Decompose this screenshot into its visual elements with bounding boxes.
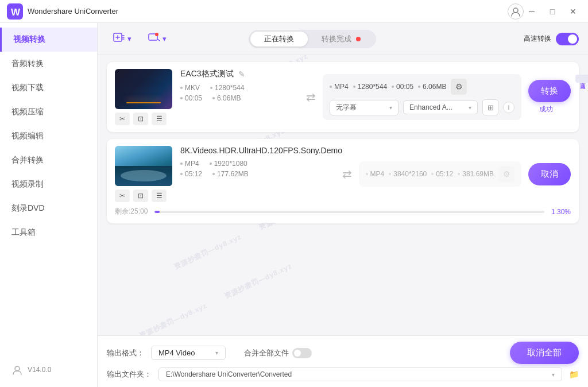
screen-record-chevron: ▾: [163, 34, 167, 43]
file-thumb-tools-1: ✂ ⊡ ☰: [115, 113, 180, 125]
sidebar-item-video-record[interactable]: 视频录制: [0, 172, 97, 196]
file-thumb-area-2: ✂ ⊡ ☰: [115, 146, 180, 202]
app-title: Wondershare UniConverter: [28, 7, 508, 16]
tab-done[interactable]: 转换完成: [308, 32, 374, 47]
output-settings-btn-2[interactable]: ⚙: [498, 166, 514, 182]
file-thumb-tools-2: ✂ ⊡ ☰: [115, 189, 180, 202]
format-select[interactable]: MP4 Video ▾: [151, 346, 226, 360]
app-body: 视频转换 音频转换 视频下载 视频压缩 视频编辑 合并转换 视频录制 刻录DVD…: [0, 23, 588, 387]
source-size-2: 177.62MB: [212, 170, 249, 178]
folder-icon[interactable]: 📁: [569, 370, 579, 379]
output-duration-2: 05:12: [431, 170, 453, 178]
speed-badge: 高速: [575, 75, 588, 83]
sidebar-bottom[interactable]: V14.0.0: [0, 357, 97, 382]
file-meta-duration-2: 05:12 177.62MB: [180, 170, 335, 178]
tab-converting[interactable]: 正在转换: [250, 32, 308, 47]
file-thumbnail-1: [115, 69, 172, 109]
file-name-2: 8K.Videos.HDR.UltraHD.120FPS.Sony.Demo: [180, 146, 342, 155]
sidebar-item-burn-dvd[interactable]: 刻录DVD: [0, 196, 97, 220]
sidebar-item-audio-convert[interactable]: 音频转换: [0, 52, 97, 76]
path-label: 输出文件夹：: [107, 369, 152, 380]
user-account-icon[interactable]: [508, 3, 524, 20]
source-duration-1: 00:05: [180, 94, 202, 102]
screen-record-button[interactable]: ▾: [142, 28, 172, 50]
subtitle-select-1[interactable]: 无字幕 ▾: [330, 100, 399, 115]
output-settings-1: MP4 1280*544 00:05 6.06MB: [323, 74, 521, 120]
output-size-1: 6.06MB: [418, 83, 446, 91]
sidebar-item-video-download[interactable]: 视频下载: [0, 76, 97, 100]
more-button-1[interactable]: ☰: [152, 113, 167, 125]
source-format-1: MKV: [180, 84, 200, 92]
crop-button-1[interactable]: ⊡: [133, 113, 148, 125]
subtitle-chevron-1: ▾: [389, 105, 392, 111]
titlebar: W Wondershare UniConverter ─ □ ✕: [0, 0, 588, 23]
cancel-all-button[interactable]: 取消全部: [510, 342, 579, 364]
convert-arrow-1: ⇄: [299, 69, 323, 125]
file-meta-1: MKV 1280*544: [180, 84, 299, 92]
source-size-1: 6.06MB: [212, 94, 241, 102]
sidebar-item-merge-convert[interactable]: 合并转换: [0, 148, 97, 172]
path-chevron: ▾: [552, 371, 555, 378]
convert-button-1[interactable]: 转换: [528, 80, 571, 102]
output-format-1: MP4: [330, 83, 349, 91]
screen-record-icon: [148, 31, 160, 47]
enhanced-select-1[interactable]: Enhanced A... ▾: [403, 100, 478, 114]
progress-row-2: 剩余:25:00 1.30%: [115, 207, 571, 216]
output-format-2: MP4: [366, 170, 385, 178]
output-row-2: MP4 3840*2160 05:12 381.69MB: [366, 166, 514, 182]
source-resolution-1: 1280*544: [210, 84, 244, 92]
more-button-2[interactable]: ☰: [152, 189, 167, 202]
version-label: V14.0.0: [28, 366, 51, 374]
convert-arrow-2: ⇄: [335, 146, 359, 202]
file-card-row-1: ✂ ⊡ ☰ EAC3格式测试 ✎ MKV: [115, 69, 571, 125]
output-settings-btn-1[interactable]: ⚙: [451, 79, 467, 95]
add-file-icon: [113, 31, 125, 47]
crop-button-2[interactable]: ⊡: [133, 189, 148, 202]
sidebar: 视频转换 音频转换 视频下载 视频压缩 视频编辑 合并转换 视频录制 刻录DVD…: [0, 23, 98, 387]
minimize-button[interactable]: ─: [524, 3, 540, 20]
merge-label: 合并全部文件: [244, 348, 289, 358]
sidebar-item-video-convert[interactable]: 视频转换: [0, 28, 97, 52]
bottom-row-path: 输出文件夹： E:\Wondershare UniConverter\Conve…: [107, 367, 579, 381]
trim-button-2[interactable]: ✂: [115, 189, 130, 202]
file-info-1: EAC3格式测试 ✎ MKV 1280*544: [180, 69, 299, 125]
subtitle-row-1: 无字幕 ▾ Enhanced A... ▾ ⊞ i: [330, 99, 514, 115]
main-content: ▾ ▾ 正在转换 转换完成: [98, 23, 588, 387]
user-icon: [11, 364, 23, 376]
success-label-1: 成功: [539, 105, 553, 114]
output-row-1: MP4 1280*544 00:05 6.06MB: [330, 79, 514, 95]
file-thumb-area-1: ✂ ⊡ ☰: [115, 69, 180, 125]
sidebar-item-video-edit[interactable]: 视频编辑: [0, 124, 97, 148]
path-value: E:\Wondershare UniConverter\Converted: [166, 370, 292, 378]
progress-bar-2: [154, 211, 544, 213]
add-file-button[interactable]: ▾: [107, 28, 137, 50]
close-button[interactable]: ✕: [565, 3, 581, 20]
info-btn-1[interactable]: i: [503, 102, 514, 113]
svg-point-3: [15, 366, 20, 371]
edit-icon-1[interactable]: ✎: [238, 69, 245, 79]
status-dot: [356, 37, 361, 41]
output-area-2: MP4 3840*2160 05:12 381.69MB: [359, 146, 521, 202]
action-area-2: 取消: [521, 146, 571, 202]
speed-toggle[interactable]: [556, 33, 579, 45]
progress-fill-2: [154, 211, 160, 213]
source-resolution-2: 1920*1080: [210, 160, 247, 168]
ai-enhance-btn-1[interactable]: ⊞: [482, 99, 498, 115]
cancel-button-2[interactable]: 取消: [528, 163, 571, 185]
source-format-2: MP4: [180, 160, 199, 168]
trim-button-1[interactable]: ✂: [115, 113, 130, 125]
output-size-2: 381.69MB: [458, 170, 494, 178]
sidebar-item-video-compress[interactable]: 视频压缩: [0, 100, 97, 124]
output-path[interactable]: E:\Wondershare UniConverter\Converted ▾: [158, 367, 562, 381]
format-chevron: ▾: [215, 350, 218, 356]
add-file-chevron: ▾: [127, 34, 131, 43]
svg-text:W: W: [11, 7, 21, 18]
app-logo: W: [7, 3, 23, 20]
output-resolution-2: 3840*2160: [389, 170, 427, 178]
window-controls: ─ □ ✕: [524, 3, 581, 20]
file-list: 资源抄袭罚—dy8.xyz 资源抄袭罚—dy8.xyz 资源抄袭罚—dy8.xy…: [98, 55, 588, 335]
output-resolution-1: 1280*544: [353, 83, 387, 91]
merge-toggle[interactable]: [292, 348, 312, 358]
maximize-button[interactable]: □: [544, 3, 560, 20]
sidebar-item-toolbox[interactable]: 工具箱: [0, 220, 97, 245]
